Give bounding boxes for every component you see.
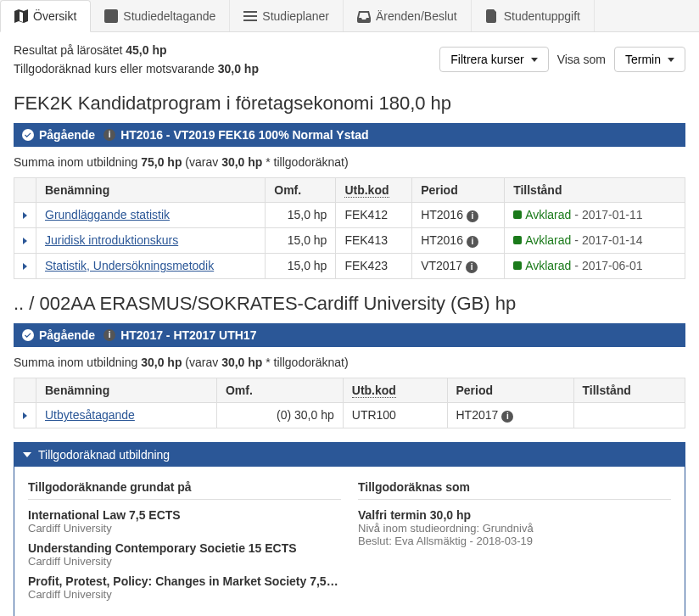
table-row: Statistik, Undersökningsmetodik15,0 hpFE…: [14, 253, 685, 278]
course-name-cell: Juridisk introduktionskurs: [36, 227, 266, 253]
col-name: Benämning: [36, 378, 217, 402]
credit-right-col: Tillgodoräknas som Valfri termin 30,0 hp…: [358, 480, 671, 608]
col-state: Tillstånd: [573, 378, 685, 402]
info-icon[interactable]: i: [501, 411, 513, 423]
caret-right-icon: [23, 412, 27, 419]
credit-basis-item: Profit, Protest, Policy: Changes in Mark…: [28, 574, 341, 601]
content-area: Resultat på lärosätet 45,0 hp Tillgodorä…: [0, 32, 699, 616]
status-dot-icon: [513, 210, 522, 219]
credited-value: 30,0 hp: [218, 62, 259, 76]
course-name-cell: Statistik, Undersökningsmetodik: [36, 253, 266, 278]
expand-cell[interactable]: [14, 227, 36, 253]
tab-participation-label: Studiedeltagande: [123, 9, 215, 23]
filter-courses-button[interactable]: Filtrera kurser: [439, 47, 548, 72]
tab-studentinfo-label: Studentuppgift: [504, 9, 580, 23]
term-dropdown-button[interactable]: Termin: [614, 47, 685, 72]
course-link[interactable]: Utbytesåtagande: [45, 408, 135, 422]
program1-summary: Summa inom utbildning 75,0 hp (varav 30,…: [14, 155, 685, 169]
summary-total: 75,0 hp: [141, 155, 182, 169]
course-link[interactable]: Statistik, Undersökningsmetodik: [45, 259, 214, 272]
status-date: - 2017-06-01: [574, 259, 642, 272]
document-icon: [485, 9, 499, 23]
tab-cases[interactable]: Ärenden/Beslut: [344, 0, 472, 31]
program2-title: .. / 002AA ERASMUS/SOKRATES-Cardiff Univ…: [14, 293, 685, 315]
program1-course-table: Benämning Omf. Utb.kod Period Tillstånd …: [14, 177, 685, 279]
program2-status-detail: HT2017 - HT2017 UTH17: [120, 328, 256, 342]
course-code: UTR100: [343, 402, 447, 428]
credit-transfer-body: Tillgodoräknande grundat på Internationa…: [14, 467, 685, 616]
program1-status-bar: Pågående i HT2016 - VT2019 FEK16 100% No…: [14, 123, 685, 147]
info-icon[interactable]: i: [103, 129, 115, 141]
status-badge: Avklarad - 2017-01-11: [513, 208, 642, 221]
credit-transfer-header[interactable]: Tillgodoräknad utbildning: [14, 443, 685, 467]
topbar-controls: Filtrera kurser Visa som Termin: [439, 47, 685, 72]
topbar: Resultat på lärosätet 45,0 hp Tillgodorä…: [14, 41, 685, 79]
tab-overview[interactable]: Översikt: [0, 0, 91, 32]
expand-cell[interactable]: [14, 402, 36, 428]
view-as-label: Visa som: [557, 53, 606, 66]
course-code: FEK413: [336, 227, 412, 253]
credit-basis-item: Understanding Contemporary Societie 15 E…: [28, 541, 341, 568]
status-badge: Avklarad - 2017-01-14: [513, 233, 642, 247]
info-icon[interactable]: i: [103, 329, 115, 341]
summary-mid: (varav: [185, 356, 221, 369]
summary-post: * tillgodoräknat): [266, 155, 348, 169]
course-scope: 15,0 hp: [266, 227, 336, 253]
caret-right-icon: [23, 238, 27, 244]
course-period: VT2017i: [412, 253, 505, 278]
col-scope: Omf.: [266, 177, 336, 202]
course-link[interactable]: Grundläggande statistik: [45, 208, 170, 221]
check-square-icon: [104, 9, 118, 23]
course-name-cell: Utbytesåtagande: [36, 402, 217, 428]
caret-down-icon: [531, 58, 538, 62]
col-period: Period: [447, 378, 573, 402]
table-row: Utbytesåtagande(0) 30,0 hpUTR100HT2017i: [14, 402, 685, 428]
summary-pre: Summa inom utbildning: [14, 356, 141, 369]
program2-status-label: Pågående: [39, 328, 95, 342]
col-name: Benämning: [36, 177, 266, 202]
term-button-label: Termin: [625, 53, 661, 66]
credit-left-col: Tillgodoräknande grundat på Internationa…: [28, 480, 341, 608]
summary-credit: 30,0 hp: [221, 356, 262, 369]
result-value: 45,0 hp: [126, 43, 166, 57]
course-name-cell: Grundläggande statistik: [36, 202, 266, 227]
expand-cell[interactable]: [14, 253, 36, 278]
course-scope: 15,0 hp: [266, 253, 336, 278]
credit-right-header: Tillgodoräknas som: [358, 480, 671, 500]
course-period-label: HT2016: [421, 208, 463, 221]
status-dot-icon: [513, 236, 522, 244]
col-scope: Omf.: [216, 378, 343, 402]
course-scope: 15,0 hp: [266, 202, 336, 227]
status-date: - 2017-01-14: [574, 233, 642, 247]
col-code: Utb.kod: [343, 378, 447, 402]
caret-down-icon: [23, 452, 31, 457]
credit-basis-institution: Cardiff University: [28, 522, 341, 535]
status-text: Avklarad: [525, 208, 571, 221]
program2-status-bar: Pågående i HT2017 - HT2017 UTH17: [14, 323, 685, 347]
status-dot-icon: [513, 261, 522, 270]
course-code: FEK412: [336, 202, 412, 227]
course-link[interactable]: Juridisk introduktionskurs: [45, 233, 178, 247]
credit-transfer-title: Tillgodoräknad utbildning: [38, 448, 170, 462]
info-icon[interactable]: i: [467, 236, 478, 248]
course-state: Avklarad - 2017-06-01: [505, 253, 685, 278]
info-icon[interactable]: i: [466, 261, 478, 273]
tab-studentinfo[interactable]: Studentuppgift: [472, 0, 595, 31]
course-period-label: VT2017: [421, 259, 462, 272]
list-icon: [243, 9, 257, 23]
summary-pre: Summa inom utbildning: [14, 155, 141, 169]
summary-post: * tillgodoräknat): [266, 356, 348, 369]
course-code: FEK423: [336, 253, 412, 278]
tab-plans[interactable]: Studieplaner: [230, 0, 344, 31]
course-period: HT2017i: [447, 402, 573, 428]
credit-basis-title: International Law 7,5 ECTS: [28, 508, 341, 522]
col-code-label: Utb.kod: [352, 384, 396, 398]
expand-cell[interactable]: [14, 202, 36, 227]
tab-participation[interactable]: Studiedeltagande: [91, 0, 230, 31]
credited-label: Tillgodoräknad kurs eller motsvarande: [14, 62, 218, 76]
credit-right-main: Valfri termin 30,0 hp: [358, 508, 671, 522]
tab-cases-label: Ärenden/Beslut: [376, 9, 457, 23]
credit-basis-institution: Cardiff University: [28, 555, 341, 568]
course-scope: (0) 30,0 hp: [216, 402, 343, 428]
info-icon[interactable]: i: [467, 210, 478, 222]
